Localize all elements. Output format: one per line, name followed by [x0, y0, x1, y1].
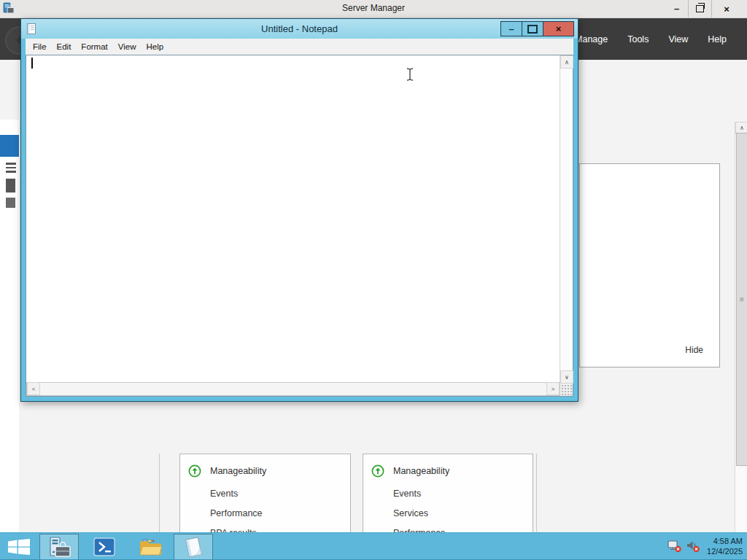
tile-link-performance[interactable]: Performance: [210, 503, 263, 523]
ibeam-cursor: [405, 67, 415, 82]
close-button[interactable]: ×: [711, 0, 741, 18]
taskbar-file-explorer-button[interactable]: [131, 534, 169, 559]
taskbar-powershell-button[interactable]: [85, 534, 123, 559]
menu-item-format[interactable]: Format: [76, 42, 112, 51]
scroll-up-icon[interactable]: ∧: [560, 55, 573, 69]
sidebar-item-selected[interactable]: [0, 135, 19, 157]
tile-link-events[interactable]: Events: [393, 483, 446, 503]
notepad-close-button[interactable]: ×: [543, 21, 574, 36]
tile-link-events[interactable]: Events: [210, 483, 263, 503]
sidebar-item-icon[interactable]: [6, 179, 15, 192]
menu-item-view[interactable]: View: [113, 42, 142, 51]
minimize-icon: –: [674, 5, 679, 12]
notepad-menubar: File Edit Format View Help: [26, 39, 573, 55]
menu-item-edit[interactable]: Edit: [52, 42, 77, 51]
notepad-hscrollbar[interactable]: < >: [26, 382, 560, 396]
scrollbar-grip-icon: ≡: [740, 295, 744, 303]
status-up-arrow-icon: [188, 464, 201, 478]
taskbar-clock[interactable]: 4:58 AM 12/4/2025: [707, 536, 743, 556]
sidebar-item-icon[interactable]: [6, 163, 16, 173]
scroll-down-icon[interactable]: ∨: [560, 370, 573, 384]
restore-button[interactable]: [688, 0, 711, 18]
taskbar-notepad-button[interactable]: [174, 534, 213, 560]
desktop: Server Manager – × ‹ Manage Tools View H…: [0, 0, 747, 560]
server-manager-titlebar[interactable]: Server Manager – ×: [0, 0, 747, 18]
notepad-client-area: ∧ ∨ < >: [26, 55, 573, 397]
windows-logo-icon: [8, 539, 30, 555]
menu-item-file[interactable]: File: [28, 42, 52, 51]
clock-date: 12/4/2025: [707, 546, 743, 556]
notepad-minimize-button[interactable]: –: [500, 21, 522, 36]
server-manager-scrollbar[interactable]: ∧ ≡ ∨: [735, 122, 747, 560]
close-icon: ×: [556, 23, 562, 34]
menu-item-tools[interactable]: Tools: [627, 34, 649, 44]
minimize-button[interactable]: –: [665, 0, 688, 18]
menu-item-help[interactable]: Help: [708, 34, 727, 44]
sidebar: [0, 120, 19, 560]
text-caret: [31, 58, 33, 69]
scroll-left-icon[interactable]: <: [27, 382, 40, 395]
notepad-window: Untitled - Notepad – × File Edit Format …: [20, 18, 578, 402]
notepad-titlebar[interactable]: Untitled - Notepad – ×: [21, 19, 578, 39]
file-explorer-icon: [139, 537, 162, 557]
server-manager-title: Server Manager: [0, 3, 747, 13]
volume-muted-icon[interactable]: [686, 540, 700, 553]
minimize-icon: –: [508, 26, 514, 32]
hide-button[interactable]: Hide: [685, 345, 703, 355]
start-button[interactable]: [0, 534, 38, 559]
menu-item-help[interactable]: Help: [142, 42, 169, 51]
tile-heading: Manageability: [393, 466, 449, 476]
server-manager-menubar: Manage Tools View Help: [575, 18, 727, 60]
system-tray: 4:58 AM 12/4/2025: [667, 533, 743, 559]
notepad-title: Untitled - Notepad: [21, 23, 578, 34]
notepad-maximize-button[interactable]: [522, 21, 543, 36]
resize-grip[interactable]: [560, 384, 573, 396]
maximize-icon: [527, 25, 538, 34]
scroll-right-icon[interactable]: >: [546, 382, 560, 395]
tile-heading: Manageability: [210, 466, 266, 476]
network-disconnected-icon[interactable]: [667, 540, 682, 553]
sidebar-item-icon[interactable]: [6, 198, 15, 208]
menu-item-view[interactable]: View: [668, 34, 688, 44]
restore-icon: [696, 5, 704, 12]
tile-link-services[interactable]: Services: [393, 503, 446, 523]
taskbar-server-manager-button[interactable]: [39, 534, 79, 560]
status-up-arrow-icon: [371, 464, 384, 478]
notepad-icon: [182, 537, 204, 559]
menu-item-manage[interactable]: Manage: [575, 34, 608, 44]
close-icon: ×: [724, 4, 729, 15]
server-manager-icon: [47, 537, 71, 559]
taskbar: 4:58 AM 12/4/2025: [0, 532, 747, 560]
clock-time: 4:58 AM: [707, 536, 743, 546]
notepad-vscrollbar[interactable]: ∧ ∨: [560, 55, 573, 384]
scrollbar-thumb[interactable]: ≡: [736, 133, 747, 466]
notepad-text-area[interactable]: [26, 55, 560, 384]
powershell-icon: [93, 537, 115, 557]
details-panel: Hide: [579, 163, 720, 368]
